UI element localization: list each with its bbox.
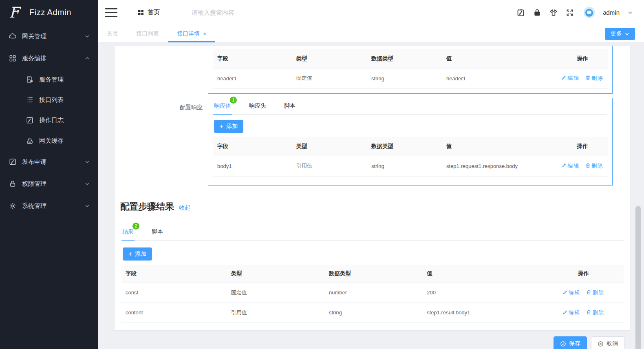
table-row: header1 固定值 string header1 编辑 删除 bbox=[213, 68, 608, 88]
request-config-box: 字段 类型 数据类型 值 操作 header1 固定值 string heade… bbox=[208, 46, 613, 94]
chevron-down-icon[interactable] bbox=[628, 10, 633, 15]
response-tabs: 响应体 1 响应头 脚本 bbox=[213, 98, 607, 115]
cell-datatype: string bbox=[367, 68, 442, 88]
sidebar-item-label: 接口列表 bbox=[39, 96, 90, 104]
lock-icon[interactable] bbox=[533, 9, 541, 17]
cell-field: const bbox=[121, 283, 227, 303]
tab-response-header[interactable]: 响应头 bbox=[248, 102, 267, 114]
save-button[interactable]: 保存 bbox=[554, 336, 587, 349]
more-button[interactable]: 更多 bbox=[605, 28, 635, 40]
request-table: 字段 类型 数据类型 值 操作 header1 固定值 string heade… bbox=[213, 49, 608, 89]
delete-button[interactable]: 删除 bbox=[586, 309, 604, 316]
tab-result-script[interactable]: 脚本 bbox=[151, 228, 164, 240]
publish-icon bbox=[9, 158, 16, 166]
col-field: 字段 bbox=[121, 265, 227, 283]
search-input[interactable] bbox=[192, 9, 281, 16]
chevron-down-icon bbox=[85, 34, 90, 39]
collapse-link[interactable]: 收起 bbox=[179, 204, 190, 212]
cell-field: body1 bbox=[213, 156, 292, 176]
response-config-label: 配置响应 bbox=[121, 104, 203, 111]
check-circle-icon bbox=[560, 341, 566, 347]
result-tabs: 结果 2 脚本 bbox=[121, 224, 624, 241]
sidebar-item-service-mgmt[interactable]: 服务管理 bbox=[0, 69, 98, 90]
col-value: 值 bbox=[423, 265, 543, 283]
table-row: const 固定值 number 200 编辑 删除 bbox=[121, 283, 624, 303]
add-button[interactable]: +添加 bbox=[214, 120, 243, 133]
tab-response-body[interactable]: 响应体 1 bbox=[213, 102, 232, 114]
theme-shirt-icon[interactable] bbox=[549, 9, 558, 17]
log-icon bbox=[26, 117, 33, 124]
cell-value: step1.result.body1 bbox=[423, 303, 543, 322]
trash-icon bbox=[586, 309, 591, 315]
fullscreen-icon[interactable] bbox=[566, 9, 574, 17]
sidebar-item-publish[interactable]: 发布申请 bbox=[0, 151, 98, 173]
result-table: 字段 类型 数据类型 值 操作 const 固定值 number 200 编辑 … bbox=[121, 265, 624, 323]
section-title: 配置步骤结果 bbox=[120, 201, 174, 213]
sidebar-item-op-log[interactable]: 操作日志 bbox=[0, 110, 98, 130]
cell-type: 引用值 bbox=[292, 156, 367, 176]
sidebar-item-gateway-cache[interactable]: 网关缓存 bbox=[0, 130, 98, 151]
log-icon[interactable] bbox=[517, 9, 525, 17]
cell-value: header1 bbox=[442, 68, 557, 88]
tab-result[interactable]: 结果 2 bbox=[121, 228, 135, 240]
edit-button[interactable]: 编辑 bbox=[561, 75, 580, 81]
delete-button[interactable]: 删除 bbox=[585, 75, 604, 81]
tab-api-list[interactable]: 接口列表 bbox=[127, 25, 168, 42]
sidebar-item-label: 网关缓存 bbox=[39, 137, 90, 145]
edit-button[interactable]: 编辑 bbox=[562, 289, 581, 296]
chevron-down-icon bbox=[85, 181, 90, 186]
edit-icon bbox=[562, 289, 568, 295]
count-badge: 2 bbox=[132, 223, 139, 230]
cell-datatype: string bbox=[325, 303, 423, 322]
edit-button[interactable]: 编辑 bbox=[562, 309, 581, 316]
cell-datatype: string bbox=[367, 156, 442, 176]
avatar[interactable] bbox=[584, 7, 595, 18]
sidebar-item-orchestration[interactable]: 服务编排 bbox=[0, 47, 98, 69]
col-value: 值 bbox=[442, 137, 557, 156]
chevron-up-icon bbox=[85, 56, 90, 61]
edit-button[interactable]: 编辑 bbox=[561, 163, 580, 169]
cell-value: 200 bbox=[423, 283, 543, 303]
main-content: 字段 类型 数据类型 值 操作 header1 固定值 string heade… bbox=[98, 42, 644, 349]
cell-type: 引用值 bbox=[227, 303, 325, 322]
cell-type: 固定值 bbox=[292, 68, 367, 88]
sidebar-item-gateway[interactable]: 网关管理 bbox=[0, 25, 98, 47]
table-row: body1 引用值 string step1.request1.response… bbox=[213, 156, 608, 176]
edit-icon bbox=[561, 163, 567, 168]
breadcrumb[interactable]: 首页 bbox=[138, 9, 160, 16]
server-icon bbox=[26, 76, 33, 83]
col-datatype: 数据类型 bbox=[367, 137, 442, 156]
grid-icon bbox=[9, 55, 16, 62]
sidebar-item-api-list[interactable]: 接口列表 bbox=[0, 90, 98, 110]
tab-api-detail[interactable]: 接口详情 × bbox=[168, 25, 215, 42]
hamburger-menu-icon[interactable] bbox=[105, 8, 117, 17]
sidebar-item-permissions[interactable]: 权限管理 bbox=[0, 173, 98, 195]
trash-icon bbox=[586, 289, 591, 295]
delete-button[interactable]: 删除 bbox=[585, 163, 604, 169]
sidebar-item-system[interactable]: 系统管理 bbox=[0, 195, 98, 217]
edit-icon bbox=[562, 309, 568, 315]
sidebar-item-label: 服务编排 bbox=[22, 55, 85, 62]
col-field: 字段 bbox=[213, 137, 292, 156]
tab-home[interactable]: 首页 bbox=[98, 25, 127, 42]
lock-icon bbox=[9, 180, 16, 188]
sidebar-submenu: 服务管理 接口列表 操作日志 网关缓存 bbox=[0, 69, 98, 151]
scrollbar[interactable] bbox=[635, 206, 641, 349]
tab-response-script[interactable]: 脚本 bbox=[283, 102, 296, 114]
dashboard-grid-icon bbox=[138, 9, 144, 15]
cancel-button[interactable]: 取消 bbox=[591, 336, 624, 349]
add-button[interactable]: +添加 bbox=[123, 247, 152, 261]
col-type: 类型 bbox=[292, 137, 367, 156]
username[interactable]: admin bbox=[603, 9, 620, 16]
delete-button[interactable]: 删除 bbox=[586, 289, 604, 296]
chevron-down-icon bbox=[85, 203, 90, 208]
x-circle-icon bbox=[598, 341, 604, 347]
sidebar-item-label: 操作日志 bbox=[39, 117, 90, 124]
app-title: Fizz Admin bbox=[29, 8, 71, 17]
col-value: 值 bbox=[442, 49, 557, 68]
page-tab-bar: 首页 接口列表 接口详情 × 更多 bbox=[98, 25, 644, 42]
close-icon[interactable]: × bbox=[203, 31, 206, 37]
breadcrumb-home[interactable]: 首页 bbox=[148, 9, 160, 16]
detail-card: 字段 类型 数据类型 值 操作 header1 固定值 string heade… bbox=[115, 46, 630, 330]
cell-value: step1.request1.response.body bbox=[442, 156, 557, 176]
